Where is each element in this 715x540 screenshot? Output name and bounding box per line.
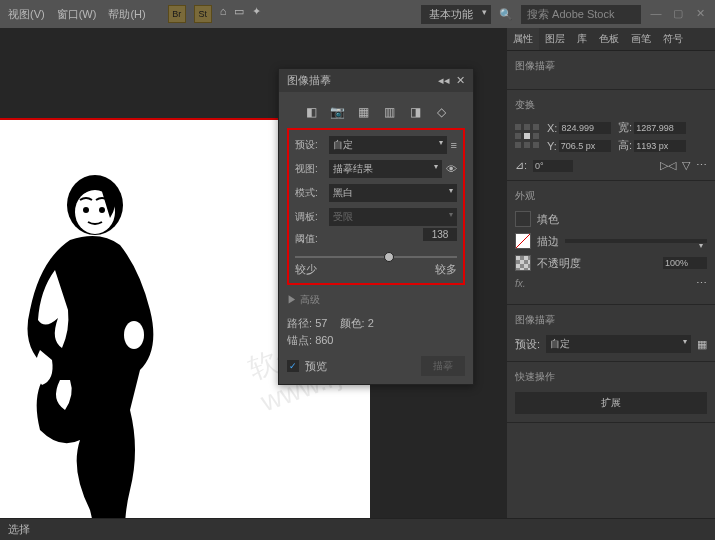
preview-label: 预览: [305, 359, 327, 374]
highlighted-options: 预设:自定≡ 视图:描摹结果👁 模式:黑白 调板:受限 阈值:138 较少较多: [287, 128, 465, 285]
stroke-swatch[interactable]: [515, 233, 531, 249]
opacity-input[interactable]: 100%: [663, 257, 707, 269]
h-input[interactable]: [634, 140, 686, 152]
preset-label: 预设:: [295, 138, 325, 152]
view-select[interactable]: 描摹结果: [329, 160, 442, 178]
trace-preset-icons: ◧ 📷 ▦ ▥ ◨ ◇: [287, 100, 465, 128]
bw-icon[interactable]: ◨: [407, 104, 423, 120]
tab-symbols[interactable]: 符号: [657, 28, 689, 50]
app-switcher: Br St ⌂ ▭ ✦: [168, 5, 262, 23]
trace-section-title: 图像描摹: [515, 313, 707, 327]
quick-actions-title: 快速操作: [515, 370, 707, 384]
eye-icon[interactable]: 👁: [446, 163, 457, 175]
svg-point-3: [99, 207, 105, 213]
outline-icon[interactable]: ◇: [433, 104, 449, 120]
trace-stats: 路径: 57 颜色: 2 锚点: 860: [287, 315, 465, 348]
panel-title: 图像描摹: [287, 73, 331, 88]
palette-select: 受限: [329, 208, 457, 226]
panel-titlebar[interactable]: 图像描摹 ◂◂✕: [279, 69, 473, 92]
search-input[interactable]: 搜索 Adobe Stock: [521, 5, 641, 24]
threshold-slider: 阈值:138 较少较多: [295, 232, 457, 277]
gpu-icon[interactable]: ✦: [252, 5, 261, 23]
more-icon[interactable]: ⋯: [696, 277, 707, 290]
threshold-value[interactable]: 138: [423, 228, 457, 241]
home-icon[interactable]: ⌂: [220, 5, 227, 23]
threshold-label: 阈值:: [295, 232, 325, 246]
workspace-dropdown[interactable]: 基本功能: [421, 5, 491, 24]
main-area: 软件自学网www.rjzxw.com 图像描摹 ◂◂✕ ◧ 📷 ▦ ▥ ◨ ◇ …: [0, 28, 715, 518]
flip-h-icon[interactable]: ▷◁: [660, 159, 676, 172]
menu-icon[interactable]: ≡: [451, 139, 457, 151]
slider-thumb[interactable]: [384, 252, 394, 262]
w-input[interactable]: [634, 122, 686, 134]
gray-icon[interactable]: ▥: [381, 104, 397, 120]
preview-checkbox[interactable]: ✓: [287, 360, 299, 372]
minimize-icon[interactable]: —: [649, 7, 663, 21]
tab-libraries[interactable]: 库: [571, 28, 593, 50]
menu-window[interactable]: 窗口(W): [57, 7, 97, 22]
more-label: 较多: [435, 262, 457, 277]
slider-track[interactable]: [295, 256, 457, 258]
preset-select-2[interactable]: 自定: [546, 335, 691, 353]
x-input[interactable]: [559, 122, 611, 134]
search-icon[interactable]: 🔍: [499, 8, 513, 21]
mode-select[interactable]: 黑白: [329, 184, 457, 202]
bridge-icon[interactable]: Br: [168, 5, 186, 23]
menubar: 视图(V) 窗口(W) 帮助(H) Br St ⌂ ▭ ✦ 基本功能 🔍 搜索 …: [0, 0, 715, 28]
panel-tabs: 属性 图层 库 色板 画笔 符号: [507, 28, 715, 51]
lowcolor-icon[interactable]: ▦: [355, 104, 371, 120]
svg-point-4: [124, 321, 144, 349]
canvas[interactable]: 软件自学网www.rjzxw.com 图像描摹 ◂◂✕ ◧ 📷 ▦ ▥ ◨ ◇ …: [0, 28, 507, 518]
object-type: 图像描摹: [515, 59, 707, 73]
stroke-weight[interactable]: [565, 239, 707, 243]
expand-button[interactable]: 扩展: [515, 392, 707, 414]
more-icon[interactable]: ⋯: [696, 159, 707, 172]
photo-icon[interactable]: 📷: [329, 104, 345, 120]
trace-panel-icon[interactable]: ▦: [697, 338, 707, 351]
panel-collapse-icon[interactable]: ◂◂: [438, 74, 450, 87]
image-trace-panel: 图像描摹 ◂◂✕ ◧ 📷 ▦ ▥ ◨ ◇ 预设:自定≡ 视图:描摹结果👁 模式:…: [278, 68, 474, 385]
menu-help[interactable]: 帮助(H): [108, 7, 145, 22]
y-input[interactable]: [559, 140, 611, 152]
tab-swatches[interactable]: 色板: [593, 28, 625, 50]
preset-select[interactable]: 自定: [329, 136, 447, 154]
svg-point-2: [83, 207, 89, 213]
tab-layers[interactable]: 图层: [539, 28, 571, 50]
reference-point[interactable]: [515, 124, 541, 150]
status-bar: 选择: [0, 518, 715, 540]
panel-close-icon[interactable]: ✕: [456, 74, 465, 87]
less-label: 较少: [295, 262, 317, 277]
transform-title: 变换: [515, 98, 707, 112]
fx-label[interactable]: fx.: [515, 278, 526, 289]
tab-brushes[interactable]: 画笔: [625, 28, 657, 50]
maximize-icon[interactable]: ▢: [671, 7, 685, 21]
close-icon[interactable]: ✕: [693, 7, 707, 21]
palette-label: 调板:: [295, 210, 325, 224]
auto-icon[interactable]: ◧: [303, 104, 319, 120]
angle-input[interactable]: 0°: [533, 160, 573, 172]
menu-view[interactable]: 视图(V): [8, 7, 45, 22]
advanced-toggle[interactable]: ▶ 高级: [287, 293, 465, 307]
appearance-title: 外观: [515, 189, 707, 203]
right-panel-group: 属性 图层 库 色板 画笔 符号 图像描摹 变换 X: 宽: Y: 高: ⊿:0…: [507, 28, 715, 518]
fill-swatch[interactable]: [515, 211, 531, 227]
stock-icon[interactable]: St: [194, 5, 212, 23]
arrange-icon[interactable]: ▭: [234, 5, 244, 23]
tab-properties[interactable]: 属性: [507, 28, 539, 50]
traced-image: [0, 170, 200, 518]
mode-label: 模式:: [295, 186, 325, 200]
trace-button: 描摹: [421, 356, 465, 376]
opacity-swatch[interactable]: [515, 255, 531, 271]
flip-v-icon[interactable]: ▽: [682, 159, 690, 172]
view-label: 视图:: [295, 162, 325, 176]
